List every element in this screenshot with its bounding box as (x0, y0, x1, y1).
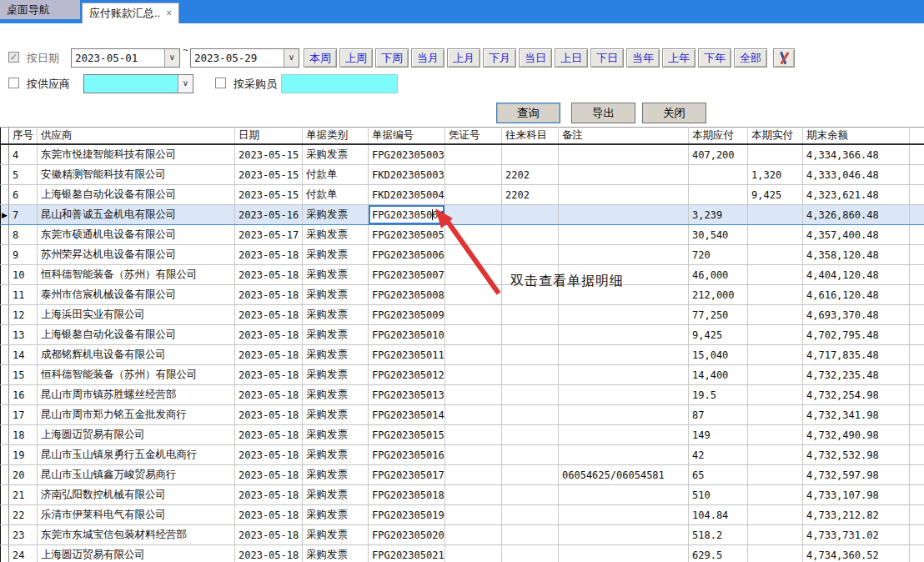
table-row[interactable]: ▶7昆山和善诚五金机电有限公司2023-05-16采购发票FPG20230500… (1, 205, 924, 225)
column-header-4[interactable]: 单据类别 (303, 128, 369, 145)
table-row[interactable]: 9苏州荣昇达机电设备有限公司2023-05-18采购发票FPG202305006… (1, 245, 924, 265)
cell[interactable]: 42 (689, 445, 748, 465)
cell[interactable]: 上海银鏊自动化设备有限公司 (38, 325, 235, 345)
cell[interactable]: 518.2 (689, 525, 748, 545)
cell[interactable] (502, 445, 559, 465)
cell[interactable]: 4,734,360.52 (803, 545, 910, 562)
cell[interactable]: 采购发票 (303, 485, 369, 505)
cell[interactable] (502, 365, 559, 385)
cell[interactable]: 济南弘阳数控机械有限公司 (38, 485, 235, 505)
table-row[interactable]: 8东莞市硕通机电设备有限公司2023-05-17采购发票FPG202305005… (1, 225, 924, 245)
cell[interactable]: FPG202305018 (369, 485, 445, 505)
cell[interactable] (502, 505, 559, 525)
cell[interactable]: 4,733,107.98 (803, 485, 910, 505)
cell[interactable]: 4 (9, 144, 38, 165)
cell[interactable]: 4,693,370.48 (803, 305, 910, 325)
cell[interactable]: 87 (689, 405, 748, 425)
column-header-3[interactable]: 日期 (235, 128, 303, 145)
cell[interactable]: 2023-05-18 (235, 305, 303, 325)
column-header-11[interactable]: 期末余额 (803, 128, 910, 145)
cell[interactable] (559, 485, 689, 505)
cell[interactable]: 上海圆迈贸易有限公司 (38, 545, 235, 562)
cell[interactable]: 14 (9, 345, 38, 365)
period-button-2[interactable]: 下周 (375, 48, 409, 68)
cell[interactable]: FPG202305008 (369, 285, 445, 305)
cell[interactable]: 15,040 (689, 345, 748, 365)
chevron-down-icon[interactable]: ∨ (178, 75, 193, 93)
cell[interactable]: 安徽精测智能科技有限公司 (38, 165, 235, 185)
cell[interactable] (748, 345, 803, 365)
cell[interactable] (445, 425, 502, 445)
cell[interactable] (748, 485, 803, 505)
cell[interactable] (559, 365, 689, 385)
period-button-10[interactable]: 上年 (662, 48, 696, 68)
table-row[interactable]: 23东莞市东城宝信包装材料经营部2023-05-18采购发票FPG2023050… (1, 525, 924, 545)
cell[interactable] (748, 225, 803, 245)
cell[interactable]: 15 (9, 365, 38, 385)
cell[interactable] (559, 305, 689, 325)
cell[interactable] (748, 425, 803, 445)
cell[interactable]: 昆山市玉山镇鑫万峻贸易商行 (38, 465, 235, 485)
cell[interactable] (748, 325, 803, 345)
cell[interactable]: 4,733,731.02 (803, 525, 910, 545)
period-button-9[interactable]: 当年 (626, 48, 660, 68)
cell[interactable]: 149 (689, 425, 748, 445)
tools-icon-button[interactable] (773, 48, 795, 68)
cell[interactable]: 采购发票 (303, 345, 369, 365)
cell[interactable]: FPG202305014 (369, 405, 445, 425)
cell[interactable] (559, 185, 689, 205)
cell[interactable]: 2023-05-15 (235, 165, 303, 185)
cell[interactable]: 9 (9, 245, 38, 265)
export-button[interactable]: 导出 (571, 103, 635, 123)
supplier-select[interactable]: ∨ (83, 74, 193, 93)
cell[interactable] (748, 365, 803, 385)
cell[interactable]: 上海银鏊自动化设备有限公司 (38, 185, 235, 205)
cell[interactable]: 2202 (502, 165, 559, 185)
cell[interactable] (445, 285, 502, 305)
cell[interactable] (748, 305, 803, 325)
table-row[interactable]: 13上海银鏊自动化设备有限公司2023-05-18采购发票FPG20230501… (1, 325, 924, 345)
table-row[interactable]: 17昆山市周市郑力铭五金批发商行2023-05-18采购发票FPG2023050… (1, 405, 924, 425)
cell[interactable] (559, 405, 689, 425)
cell[interactable]: 10 (9, 265, 38, 285)
column-header-6[interactable]: 凭证号 (445, 128, 502, 145)
cell[interactable]: 采购发票 (303, 525, 369, 545)
chevron-down-icon[interactable]: ∨ (284, 49, 299, 67)
cell[interactable]: 21 (9, 485, 38, 505)
column-header-7[interactable]: 往来科目 (502, 128, 559, 145)
table-row[interactable]: 5安徽精测智能科技有限公司2023-05-15付款单FKD20230500322… (1, 165, 924, 185)
cell[interactable]: FKD202305003 (369, 165, 445, 185)
cell[interactable]: 2023-05-18 (235, 265, 303, 285)
cell[interactable] (748, 245, 803, 265)
cell[interactable]: 6 (9, 185, 38, 205)
cell[interactable]: 2023-05-15 (235, 185, 303, 205)
cell[interactable] (502, 525, 559, 545)
cell[interactable]: 4,732,597.98 (803, 465, 910, 485)
cell[interactable]: 11 (9, 285, 38, 305)
cell[interactable]: 5 (9, 165, 38, 185)
cell[interactable]: 2023-05-18 (235, 325, 303, 345)
cell[interactable]: 19 (9, 445, 38, 465)
cell[interactable]: 510 (689, 485, 748, 505)
cell[interactable]: 2023-05-17 (235, 225, 303, 245)
cell[interactable]: 407,200 (689, 144, 748, 165)
cell[interactable]: 采购发票 (303, 365, 369, 385)
table-row[interactable]: 18上海圆迈贸易有限公司2023-05-18采购发票FPG20230501514… (1, 425, 924, 445)
cell[interactable]: 20 (9, 465, 38, 485)
table-row[interactable]: 19昆山市玉山镇泉勇行五金机电商行2023-05-18采购发票FPG202305… (1, 445, 924, 465)
cell[interactable]: 2023-05-18 (235, 485, 303, 505)
cell[interactable]: 4,732,490.98 (803, 425, 910, 445)
cell[interactable]: 采购发票 (303, 205, 369, 225)
column-header-9[interactable]: 本期应付 (689, 128, 748, 145)
column-header-1[interactable]: 序号 (9, 128, 38, 145)
tab-desktop-nav[interactable]: 桌面导航 (0, 0, 80, 19)
cell[interactable]: 采购发票 (303, 225, 369, 245)
cell[interactable]: 采购发票 (303, 144, 369, 165)
cell[interactable]: 4,326,860.48 (803, 205, 910, 225)
column-header-2[interactable]: 供应商 (38, 128, 235, 145)
table-row[interactable]: 22乐清市伊莱科电气有限公司2023-05-18采购发票FPG202305019… (1, 505, 924, 525)
table-row[interactable]: 4东莞市悦捷智能科技有限公司2023-05-15采购发票FPG202305003… (1, 144, 924, 165)
cell[interactable]: 212,000 (689, 285, 748, 305)
cell[interactable] (445, 545, 502, 562)
period-button-0[interactable]: 本周 (304, 48, 337, 68)
